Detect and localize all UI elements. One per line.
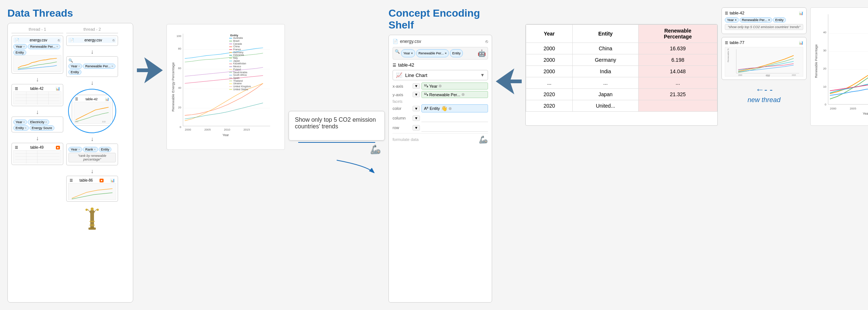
col-entity: Entity xyxy=(573,25,639,43)
svg-text:Thailand: Thailand xyxy=(233,80,243,82)
nl-input-text: Show only top 5 CO2 emission countries' … xyxy=(295,117,376,129)
tag-renewable-1[interactable]: Renewable Per...× xyxy=(28,44,60,49)
svg-rect-71 xyxy=(229,83,232,84)
energy-csv-label-2: energy.csv xyxy=(84,38,102,42)
table-42-thread-label: table-42 xyxy=(730,11,744,15)
svg-text:Australia: Australia xyxy=(233,37,243,39)
tag-entity-2[interactable]: Entity× xyxy=(13,125,29,131)
nl-input-box[interactable]: Show only top 5 CO2 emission countries' … xyxy=(289,111,385,141)
svg-text:2000: 2000 xyxy=(75,121,78,123)
table-49-item[interactable]: ☰ table-49 ● xyxy=(11,143,63,165)
robot-arm-icon: 🦾 xyxy=(370,144,381,155)
tag-year-1[interactable]: Year× xyxy=(13,44,27,49)
thread-2-energy-csv[interactable]: 📄 energy.csv ⎋ xyxy=(66,36,118,46)
tag-year-2[interactable]: Year× xyxy=(13,119,27,125)
arrow-down-2: ↓ xyxy=(11,109,63,115)
svg-marker-77 xyxy=(496,68,522,94)
shelf-energy-csv-label: energy.csv xyxy=(400,39,421,44)
shelf-table-icon: ☰ xyxy=(393,63,396,68)
column-dropdown[interactable]: ▼ xyxy=(413,115,420,121)
csv-icon-2: 📄 xyxy=(70,38,74,42)
x-axis-remove[interactable]: ⊗ xyxy=(438,84,442,88)
hand-icon: 👋 xyxy=(441,105,447,111)
svg-text:Brazil: Brazil xyxy=(233,40,239,42)
y-axis-dropdown[interactable]: ▼ xyxy=(413,92,420,97)
svg-text:60: 60 xyxy=(178,67,181,70)
svg-marker-19 xyxy=(137,57,163,83)
svg-text:Mexico: Mexico xyxy=(233,65,241,68)
tag-energy-source[interactable]: Energy Soure xyxy=(30,125,54,131)
cell-entity: India xyxy=(573,66,639,77)
svg-text:South Africa: South Africa xyxy=(233,74,246,76)
svg-point-15 xyxy=(85,209,88,211)
shelf-robot-icon: 🤖 xyxy=(478,49,486,57)
x-axis-type-icon: ¹²₃ xyxy=(424,84,428,88)
tag-renewable-t2[interactable]: Renewable Per...× xyxy=(83,64,115,69)
tag-electricity[interactable]: Electricity× xyxy=(28,119,49,125)
table-42-circled: ☰ table-42 📊 2000 2015 xyxy=(68,89,116,133)
cell-entity: China xyxy=(573,43,639,54)
svg-text:Year: Year xyxy=(863,112,868,115)
rt-tag-entity[interactable]: Entity xyxy=(773,17,786,23)
color-row: color ▼ Aᴮ Entity 👋 ⊗ xyxy=(393,104,488,112)
tag-entity-rank[interactable]: Entity xyxy=(99,147,112,152)
y-axis-remove[interactable]: ⊗ xyxy=(461,92,465,97)
csv-icon-1: 📄 xyxy=(15,38,19,42)
rt-tag-year[interactable]: Year × xyxy=(725,17,739,23)
table-86-item[interactable]: ☰ table-86 ● 📊 xyxy=(66,176,118,202)
data-table: Year Entity RenewablePercentage 2000 Chi… xyxy=(526,24,717,112)
right-section: Year Entity RenewablePercentage 2000 Chi… xyxy=(525,7,868,303)
cell-entity: Japan xyxy=(573,89,639,100)
data-threads-section: Data Threads thread - 1 📄 energy.csv ⎋ Y… xyxy=(7,7,133,303)
tag-entity-1[interactable]: Entity xyxy=(13,50,26,55)
tag-rank[interactable]: Rank× xyxy=(83,147,98,152)
svg-rect-69 xyxy=(229,81,232,81)
chart-type-selector[interactable]: 📈 Line Chart ▼ xyxy=(393,70,488,80)
table-42-item-t2[interactable]: ☰ table-42 📊 2000 2015 xyxy=(72,95,112,126)
shelf-tag-renewable[interactable]: Renewable Per... × xyxy=(416,49,449,57)
rt-note: "show only top 5 CO2 emission countries'… xyxy=(725,24,803,30)
svg-text:2000: 2000 xyxy=(738,74,742,76)
row-dropdown[interactable]: ▼ xyxy=(413,125,420,131)
svg-text:Renewable %: Renewable % xyxy=(727,48,729,62)
svg-rect-75 xyxy=(229,89,232,90)
tag-entity-t2[interactable]: Entity xyxy=(68,70,81,75)
cell-year: 2000 xyxy=(526,43,573,54)
svg-text:2000: 2000 xyxy=(185,128,191,131)
rt-tag-renewable[interactable]: Renewable Per... × xyxy=(740,17,772,23)
tag-year-rank[interactable]: Year× xyxy=(68,147,82,152)
svg-rect-17 xyxy=(90,221,95,222)
orange-badge-86: ● xyxy=(100,179,104,182)
tag-year-t2[interactable]: Year× xyxy=(68,64,82,69)
svg-text:2005: 2005 xyxy=(204,128,211,131)
shelf-tag-entity[interactable]: Entity xyxy=(450,49,463,57)
table-42-preview-2: 2000 2015 xyxy=(74,102,111,124)
x-axis-row: x-axis ▼ ¹²₃ Year ⊗ xyxy=(393,82,488,90)
filter-icon-2: 🔍 xyxy=(68,58,73,63)
thread-1-energy-csv[interactable]: 📄 energy.csv ⎋ Year× Renewable Per...× E… xyxy=(11,36,63,74)
column-row: column ▼ xyxy=(393,114,488,122)
y-axis-row: y-axis ▼ ¹²₃ Renewable Per... ⊗ xyxy=(393,91,488,98)
table-42-item-t1[interactable]: ☰ table-42 📊 xyxy=(11,84,63,106)
cell-ellipsis: ... xyxy=(573,77,639,89)
x-axis-dropdown[interactable]: ▼ xyxy=(413,83,420,89)
x-axis-field-label: Year xyxy=(429,84,437,88)
color-remove[interactable]: ⊗ xyxy=(448,106,452,111)
y-axis-label: y-axis xyxy=(393,92,411,97)
col-year: Year xyxy=(526,25,573,43)
table-77-thread-label: table-77 xyxy=(730,40,744,45)
chart-type-dropdown[interactable]: ▼ xyxy=(480,73,485,78)
thread-2-rank-item: Year× Rank× Entity "rank by renewable pe… xyxy=(66,144,118,165)
shelf-tags-row: 🔍 Year × Renewable Per... × Entity 🤖 xyxy=(393,47,488,60)
shelf-filter-icon: 🔍 xyxy=(395,49,400,57)
shelf-tag-year[interactable]: Year × xyxy=(401,49,415,57)
svg-text:Year: Year xyxy=(222,133,229,137)
thread-2-label: thread - 2 xyxy=(66,27,118,33)
table-86-preview xyxy=(68,183,116,200)
svg-rect-61 xyxy=(229,69,232,70)
color-dropdown[interactable]: ▼ xyxy=(413,106,420,111)
table-icon-r77: ☰ xyxy=(725,41,728,45)
table-42-thread-header: ☰ table-42 📊 xyxy=(725,11,803,15)
shelf-export-icon: ⎋ xyxy=(485,39,488,44)
thread-2-tags-1: 🔍 Year× Renewable Per...× Entity xyxy=(66,56,118,77)
